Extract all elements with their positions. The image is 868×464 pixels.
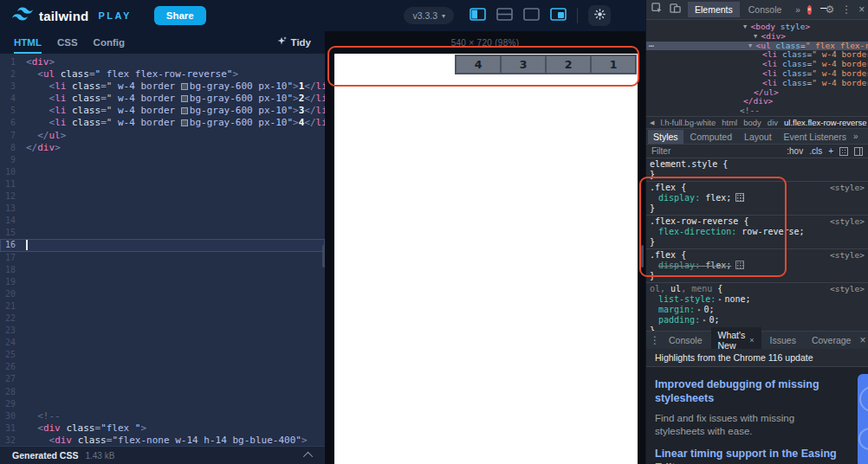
- style-rule[interactable]: .flex-row-reverse {<style>flex-direction…: [646, 216, 868, 249]
- style-rule[interactable]: element.style {}: [646, 158, 868, 182]
- code-editor[interactable]: 1<div>2 <ul class=" flex flex-row-revers…: [0, 54, 325, 446]
- code-line[interactable]: 12: [0, 190, 325, 203]
- code-line[interactable]: 29: [0, 398, 325, 410]
- kebab-menu-icon[interactable]: ⋮: [841, 4, 852, 15]
- stylesheet-link[interactable]: <style>: [830, 183, 865, 193]
- code-line[interactable]: 28: [0, 386, 325, 398]
- theme-toggle-button[interactable]: [588, 5, 611, 26]
- close-devtools-icon[interactable]: ×: [858, 4, 865, 15]
- pane-resize-handle-right[interactable]: [641, 245, 644, 267]
- code-line[interactable]: 9: [0, 154, 325, 166]
- panel-tab-styles[interactable]: Styles: [648, 130, 683, 144]
- flex-badge-icon[interactable]: [735, 261, 744, 269]
- style-rule[interactable]: .flex {<style>display: flex;}: [646, 249, 868, 283]
- css-property[interactable]: padding:▸0;: [646, 315, 868, 325]
- code-line[interactable]: 5 <li class=" w-4 border bg-gray-600 px-…: [0, 105, 325, 117]
- pane-resize-handle-left[interactable]: [322, 245, 325, 267]
- layout-horizontal-split-button[interactable]: [496, 8, 513, 24]
- stylesheet-link[interactable]: <style>: [830, 250, 865, 261]
- style-rule[interactable]: ol, ul, menu {<style>list-style:▸none;ma…: [646, 283, 868, 331]
- code-line[interactable]: 32 <div class="flex-none w-14 h-14 bg-bl…: [0, 435, 325, 446]
- css-property[interactable]: display: flex;: [646, 193, 868, 203]
- layout-vertical-split-button[interactable]: [470, 8, 486, 24]
- tree-row[interactable]: <!--: [646, 106, 868, 116]
- styles-filter-input[interactable]: Filter: [651, 146, 670, 156]
- code-line[interactable]: 30 <!--: [0, 410, 325, 422]
- code-line[interactable]: 22: [0, 313, 325, 325]
- error-badge-icon[interactable]: ×: [807, 5, 812, 15]
- code-line[interactable]: 16: [0, 239, 325, 251]
- tailwind-logo[interactable]: tailwind PLAY: [12, 7, 132, 24]
- code-line[interactable]: 11: [0, 178, 325, 190]
- devtools-tab-elements[interactable]: Elements: [688, 2, 740, 17]
- code-line[interactable]: 26: [0, 361, 325, 373]
- grid-overlay-icon[interactable]: [839, 147, 848, 156]
- tidy-button[interactable]: Tidy: [276, 36, 311, 48]
- device-toolbar-icon[interactable]: [670, 2, 681, 17]
- chevron-up-icon[interactable]: [303, 452, 313, 461]
- code-line[interactable]: 23: [0, 325, 325, 337]
- code-line[interactable]: 8</div>: [0, 142, 325, 154]
- tab-html[interactable]: HTML: [14, 31, 42, 54]
- expand-arrow-icon[interactable]: ▸: [697, 305, 701, 315]
- css-property[interactable]: display: flex;: [646, 261, 868, 271]
- inspect-element-icon[interactable]: [651, 2, 663, 17]
- close-tab-icon[interactable]: ×: [749, 336, 754, 345]
- code-line[interactable]: 24: [0, 337, 325, 349]
- breadcrumb-item[interactable]: html: [722, 118, 737, 127]
- code-line[interactable]: 18: [0, 264, 325, 276]
- code-line[interactable]: 1<div>: [0, 56, 325, 68]
- code-line[interactable]: 21: [0, 300, 325, 313]
- code-line[interactable]: 2 <ul class=" flex flex-row-reverse">: [0, 68, 325, 81]
- share-button[interactable]: Share: [154, 6, 206, 25]
- css-property[interactable]: margin:▸0;: [646, 305, 868, 315]
- code-line[interactable]: 4 <li class=" w-4 border bg-gray-600 px-…: [0, 93, 325, 105]
- code-line[interactable]: 27: [0, 373, 325, 385]
- code-line[interactable]: 6 <li class=" w-4 border bg-gray-600 px-…: [0, 117, 325, 129]
- version-select[interactable]: v3.3.3 ▾: [404, 7, 454, 24]
- stylesheet-link[interactable]: <style>: [830, 216, 865, 227]
- breadcrumb-item[interactable]: ul.flex.flex-row-reverse: [784, 118, 867, 127]
- code-line[interactable]: 14: [0, 215, 325, 227]
- tab-css[interactable]: CSS: [57, 31, 78, 54]
- stylesheet-link[interactable]: <style>: [830, 284, 865, 294]
- sidebar-pane-icon[interactable]: [854, 147, 863, 156]
- more-actions-icon[interactable]: ⋯: [649, 42, 654, 51]
- style-rule[interactable]: .flex {<style>display: flex;}: [646, 182, 868, 216]
- generated-css-bar[interactable]: Generated CSS 1.43 kB: [0, 446, 325, 464]
- expand-arrow-icon[interactable]: ▸: [703, 315, 706, 325]
- code-line[interactable]: 31 <div class="flex ">: [0, 422, 325, 435]
- tab-config[interactable]: Config: [94, 31, 125, 54]
- code-line[interactable]: 15: [0, 227, 325, 239]
- layout-preview-only-button[interactable]: [523, 8, 540, 24]
- css-property[interactable]: list-style:▸none;: [646, 294, 868, 305]
- tree-row[interactable]: ▼ <body style>: [646, 23, 868, 32]
- breadcrumb-item[interactable]: l.h-full.bg-white: [660, 118, 716, 127]
- whats-new-item-title[interactable]: Improved debugging of missing stylesheet…: [655, 377, 845, 406]
- toggle-hover-state-button[interactable]: :hov: [787, 146, 803, 156]
- breadcrumb-left-arrow-icon[interactable]: ◀: [650, 119, 654, 126]
- code-line[interactable]: 13: [0, 203, 325, 215]
- panel-tab-event-listeners[interactable]: Event Listeners: [779, 130, 852, 144]
- code-line[interactable]: 10: [0, 166, 325, 178]
- code-line[interactable]: 19: [0, 276, 325, 288]
- expand-arrow-icon[interactable]: ▸: [718, 294, 722, 305]
- panel-tab-computed[interactable]: Computed: [685, 130, 737, 144]
- drawer-kebab-icon[interactable]: ⋮: [650, 335, 660, 345]
- breadcrumb-item[interactable]: div: [768, 118, 778, 127]
- panel-tab-layout[interactable]: Layout: [739, 130, 777, 144]
- whats-new-item-title[interactable]: Linear timing support in the Easing Edit…: [655, 447, 845, 464]
- code-line[interactable]: 17: [0, 252, 325, 264]
- toggle-class-button[interactable]: .cls: [809, 146, 822, 156]
- layout-responsive-button[interactable]: [550, 8, 567, 24]
- flex-badge-icon[interactable]: [735, 193, 744, 202]
- settings-gear-icon[interactable]: ⚙: [826, 4, 835, 15]
- code-line[interactable]: 3 <li class=" w-4 border bg-gray-600 px-…: [0, 81, 325, 93]
- devtools-tab-console[interactable]: Console: [742, 2, 789, 17]
- code-line[interactable]: 20: [0, 288, 325, 300]
- css-property[interactable]: flex-direction: row-reverse;: [646, 227, 868, 237]
- more-tabs-icon[interactable]: »: [795, 5, 800, 15]
- breadcrumb-item[interactable]: body: [743, 118, 761, 127]
- code-line[interactable]: 25: [0, 349, 325, 361]
- new-style-rule-button[interactable]: +: [828, 146, 833, 156]
